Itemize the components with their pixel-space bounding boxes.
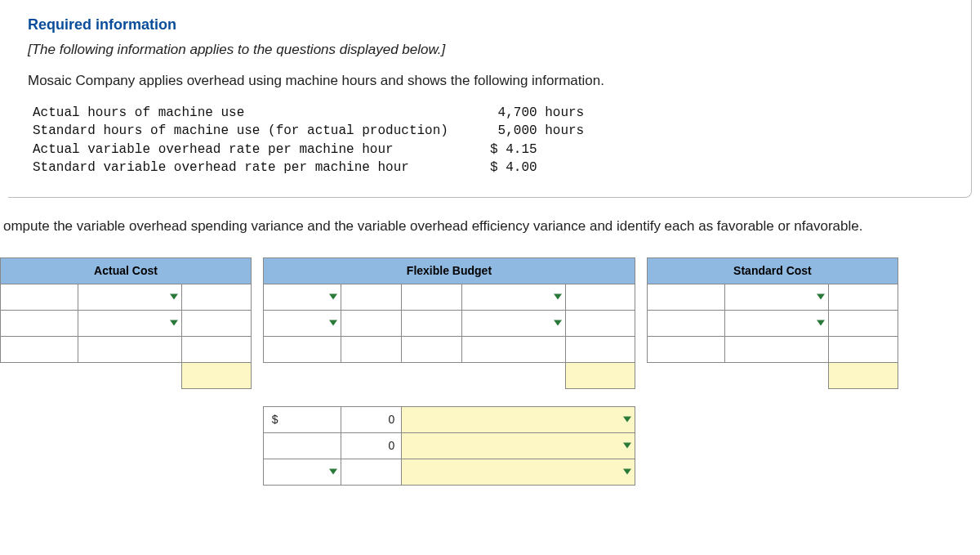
data-label: Actual hours of machine use — [33, 104, 490, 122]
dropdown-cell[interactable] — [263, 284, 341, 310]
input-cell[interactable] — [341, 310, 402, 336]
data-value: $ 4.15 — [490, 141, 537, 159]
data-value: 4,700 hours — [490, 104, 584, 122]
variance-worksheet: Actual Cost Flexible Budget Standard Cos… — [0, 257, 898, 486]
input-cell[interactable] — [566, 284, 635, 310]
input-cell[interactable] — [78, 336, 182, 362]
input-cell[interactable] — [647, 336, 724, 362]
dropdown-cell[interactable] — [78, 310, 182, 336]
total-cell[interactable] — [829, 362, 898, 388]
input-cell[interactable] — [341, 284, 402, 310]
dropdown-cell[interactable] — [462, 310, 566, 336]
input-cell[interactable] — [647, 310, 724, 336]
dropdown-cell[interactable] — [263, 459, 341, 485]
header-standard-cost: Standard Cost — [647, 257, 898, 284]
input-cell[interactable] — [566, 310, 635, 336]
header-actual-cost: Actual Cost — [1, 257, 252, 284]
required-info-box: Required information [The following info… — [8, 0, 972, 198]
total-cell[interactable] — [182, 362, 252, 388]
currency-cell: $ — [263, 406, 341, 432]
intro-text: Mosaic Company applies overhead using ma… — [28, 73, 951, 89]
data-value: $ 4.00 — [490, 159, 537, 177]
input-cell[interactable] — [829, 284, 898, 310]
variance-type-dropdown[interactable] — [402, 406, 635, 432]
variance-type-dropdown[interactable] — [402, 432, 635, 459]
input-cell[interactable] — [182, 284, 252, 310]
dropdown-cell[interactable] — [462, 284, 566, 310]
data-row: Standard hours of machine use (for actua… — [33, 122, 951, 140]
data-row: Actual hours of machine use 4,700 hours — [33, 104, 951, 122]
data-label: Standard hours of machine use (for actua… — [33, 122, 490, 140]
dropdown-cell[interactable] — [725, 284, 829, 310]
input-cell[interactable] — [402, 336, 462, 362]
input-cell[interactable] — [462, 336, 566, 362]
required-info-title: Required information — [28, 16, 951, 34]
data-label: Actual variable overhead rate per machin… — [33, 141, 490, 159]
data-label: Standard variable overhead rate per mach… — [33, 159, 490, 177]
question-text: ompute the variable overhead spending va… — [0, 218, 980, 235]
data-row: Standard variable overhead rate per mach… — [33, 159, 951, 177]
input-cell[interactable] — [182, 336, 252, 362]
input-cell[interactable] — [402, 310, 462, 336]
variance-type-dropdown[interactable] — [402, 459, 635, 485]
total-cell[interactable] — [566, 362, 635, 388]
input-cell[interactable] — [341, 336, 402, 362]
data-row: Actual variable overhead rate per machin… — [33, 141, 951, 159]
value-cell: 0 — [341, 406, 402, 432]
input-cell[interactable] — [182, 310, 252, 336]
input-cell[interactable] — [725, 336, 829, 362]
input-cell[interactable] — [402, 284, 462, 310]
input-cell[interactable] — [647, 284, 724, 310]
dropdown-cell[interactable] — [78, 284, 182, 310]
input-cell[interactable] — [566, 336, 635, 362]
input-cell[interactable] — [341, 459, 402, 485]
header-flexible-budget: Flexible Budget — [263, 257, 635, 284]
input-cell[interactable] — [1, 336, 78, 362]
input-cell[interactable] — [829, 336, 898, 362]
data-value: 5,000 hours — [490, 122, 584, 140]
input-cell[interactable] — [829, 310, 898, 336]
input-cell[interactable] — [263, 336, 341, 362]
dropdown-cell[interactable] — [725, 310, 829, 336]
input-cell[interactable] — [263, 432, 341, 459]
applies-to-note: [The following information applies to th… — [28, 42, 951, 58]
dropdown-cell[interactable] — [263, 310, 341, 336]
input-cell[interactable] — [1, 284, 78, 310]
data-block: Actual hours of machine use 4,700 hours … — [33, 104, 951, 177]
input-cell[interactable] — [1, 310, 78, 336]
value-cell: 0 — [341, 432, 402, 459]
